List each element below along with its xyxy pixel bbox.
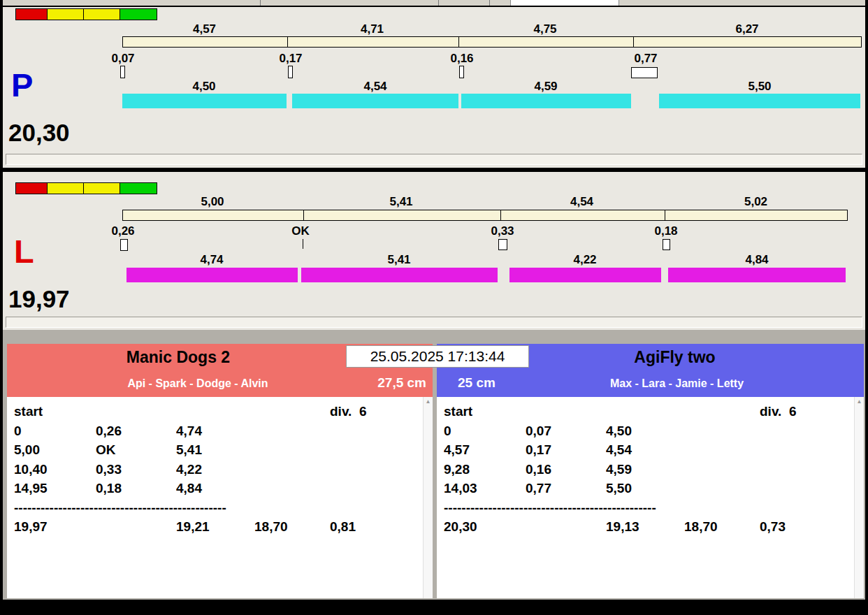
team-panel-right: AgiFly two 25 cm Max - Lara - Jamie - Le… bbox=[437, 344, 864, 598]
division-label: div. 6 bbox=[330, 404, 416, 424]
status-strip bbox=[6, 154, 862, 165]
cell-change: OK bbox=[96, 442, 176, 462]
change-time-label: 0,77 bbox=[625, 52, 667, 66]
clock: 25.05.2025 17:13:44 bbox=[346, 345, 529, 368]
results-table: start div. 6 0 0,07 4,50 4,57 0,17 4,54 … bbox=[444, 404, 847, 539]
lane-p-section: 4,57 4,71 4,75 6,27 0,07 0,17 0,16 0,77 … bbox=[3, 7, 865, 168]
start-light-green-icon bbox=[120, 182, 157, 194]
cell-leg: 4,74 bbox=[176, 424, 254, 443]
split-bar-divider bbox=[287, 37, 288, 47]
team-results-area: start div. 6 0 0,26 4,74 5,00 OK 5,41 10… bbox=[7, 397, 433, 598]
table-row: 0 0,07 4,50 bbox=[444, 424, 847, 443]
table-header-row: start div. 6 bbox=[14, 404, 416, 424]
start-label: start bbox=[444, 404, 526, 424]
change-time-label: OK bbox=[280, 224, 321, 238]
table-row: 10,40 0,33 4,22 bbox=[14, 462, 416, 482]
table-row: 4,57 0,17 4,54 bbox=[444, 442, 847, 462]
cell-elapsed: 10,40 bbox=[14, 462, 96, 482]
cell-change: 0,07 bbox=[526, 424, 606, 443]
change-time-label: 0,16 bbox=[441, 52, 483, 66]
start-light-yellow-icon bbox=[47, 8, 84, 20]
lane-letter: L bbox=[14, 235, 34, 268]
change-time-label: 0,26 bbox=[102, 224, 144, 238]
split-time-label: 5,00 bbox=[122, 195, 303, 209]
team-subheader: 25 cm Max - Lara - Jamie - Letty bbox=[437, 370, 864, 397]
cell-leg: 4,54 bbox=[606, 442, 684, 462]
split-bar bbox=[122, 36, 862, 48]
cell-elapsed: 14,03 bbox=[444, 481, 526, 500]
leg-bar bbox=[292, 94, 458, 108]
cell-elapsed: 5,00 bbox=[14, 442, 96, 462]
team-members: Max - Lara - Jamie - Letty bbox=[437, 377, 864, 390]
status-strip bbox=[6, 317, 862, 328]
lane-l-section: 5,00 5,41 4,54 5,02 0,26 OK 0,33 0,18 4,… bbox=[3, 172, 865, 330]
team-results-area: start div. 6 0 0,07 4,50 4,57 0,17 4,54 … bbox=[437, 397, 864, 598]
table-row: 0 0,26 4,74 bbox=[14, 424, 416, 443]
split-bar-divider bbox=[665, 210, 665, 220]
change-marker bbox=[120, 239, 128, 251]
start-light-red-icon bbox=[15, 182, 48, 194]
start-light-yellow-icon bbox=[47, 182, 84, 194]
timing-screen: 4,57 4,71 4,75 6,27 0,07 0,17 0,16 0,77 … bbox=[0, 0, 868, 615]
cell-diff: 0,81 bbox=[330, 519, 416, 539]
cell-net: 19,13 bbox=[606, 519, 684, 539]
start-lights bbox=[15, 8, 157, 20]
leg-bar bbox=[668, 268, 846, 282]
leg-time-label: 4,74 bbox=[188, 253, 236, 267]
leg-bar bbox=[126, 268, 298, 282]
split-time-label: 4,75 bbox=[458, 22, 632, 36]
cell-best: 18,70 bbox=[254, 519, 330, 539]
split-bar-divider bbox=[633, 37, 634, 47]
cell-total: 19,97 bbox=[14, 519, 96, 539]
change-time-label: 0,07 bbox=[102, 52, 144, 66]
change-marker bbox=[120, 66, 125, 78]
split-bar-divider bbox=[303, 210, 304, 220]
scroll-up-icon: ▲ bbox=[855, 397, 864, 407]
change-time-label: 0,18 bbox=[645, 224, 687, 238]
start-light-yellow-icon bbox=[83, 8, 120, 20]
cell-leg: 4,50 bbox=[606, 424, 684, 443]
table-row: 5,00 OK 5,41 bbox=[14, 442, 416, 462]
summary-row: 19,97 19,21 18,70 0,81 bbox=[14, 519, 416, 539]
leg-bar bbox=[659, 94, 860, 108]
split-time-label: 4,54 bbox=[500, 195, 664, 209]
split-time-label: 5,41 bbox=[303, 195, 500, 209]
separator-dashes: ----------------------------------------… bbox=[14, 500, 416, 520]
start-label: start bbox=[14, 404, 96, 424]
separator-dashes: ----------------------------------------… bbox=[444, 500, 847, 520]
start-lights bbox=[15, 182, 157, 194]
change-marker bbox=[498, 239, 507, 250]
split-time-label: 5,02 bbox=[664, 195, 848, 209]
change-marker bbox=[459, 66, 464, 78]
cell-leg: 4,59 bbox=[606, 462, 684, 482]
team-panel-left: Manic Dogs 2 Api - Spark - Dodge - Alvin… bbox=[7, 344, 433, 598]
cell-change: 0,26 bbox=[96, 424, 176, 443]
cell-elapsed: 0 bbox=[14, 424, 96, 443]
table-row: 9,28 0,16 4,59 bbox=[444, 462, 847, 482]
table-row: 14,95 0,18 4,84 bbox=[14, 481, 416, 500]
scrollbar[interactable]: ▲ bbox=[854, 397, 864, 598]
cell-net: 19,21 bbox=[176, 519, 254, 539]
summary-row: 20,30 19,13 18,70 0,73 bbox=[444, 519, 847, 539]
table-header-row: start div. 6 bbox=[444, 404, 847, 424]
leg-time-label: 4,84 bbox=[733, 253, 781, 267]
leg-time-label: 4,54 bbox=[352, 80, 399, 94]
split-time-label: 6,27 bbox=[632, 22, 862, 36]
cell-elapsed: 9,28 bbox=[444, 462, 526, 482]
change-marker bbox=[663, 239, 670, 250]
leg-time-label: 4,50 bbox=[180, 80, 228, 94]
lane-total-time: 20,30 bbox=[8, 120, 70, 145]
cell-total: 20,30 bbox=[444, 519, 526, 539]
cell-leg: 5,41 bbox=[176, 442, 254, 462]
results-table: start div. 6 0 0,26 4,74 5,00 OK 5,41 10… bbox=[14, 404, 416, 539]
leg-time-label: 5,41 bbox=[375, 253, 423, 267]
split-time-label: 4,71 bbox=[287, 22, 458, 36]
scrollbar[interactable]: ▲ bbox=[423, 397, 433, 598]
leg-time-label: 4,22 bbox=[561, 253, 609, 267]
split-time-label: 4,57 bbox=[122, 22, 287, 36]
team-subheader: Api - Spark - Dodge - Alvin 27,5 cm bbox=[7, 370, 433, 397]
change-marker-wide bbox=[631, 67, 658, 78]
jump-height: 27,5 cm bbox=[377, 375, 426, 391]
change-time-label: 0,17 bbox=[270, 52, 312, 66]
leg-time-label: 4,59 bbox=[522, 80, 570, 94]
